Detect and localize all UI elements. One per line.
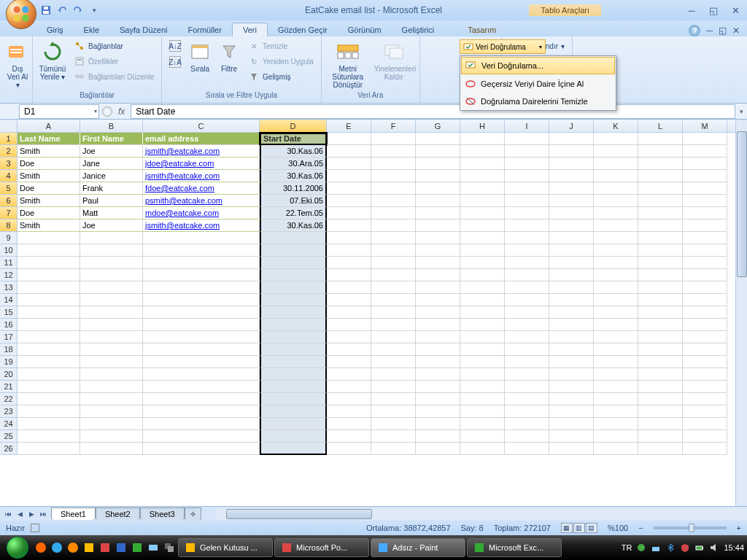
cell[interactable]: [18, 232, 80, 244]
properties-button[interactable]: Özellikler: [71, 54, 157, 69]
table-tools-tab[interactable]: Tablo Araçları: [529, 4, 601, 16]
row-header-13[interactable]: 13: [0, 281, 17, 294]
cell[interactable]: [460, 219, 505, 232]
col-header-L[interactable]: L: [638, 120, 683, 132]
cell[interactable]: psmith@eatcake.com: [143, 195, 260, 207]
cell[interactable]: [460, 343, 505, 356]
cell[interactable]: [594, 306, 638, 319]
cell[interactable]: [638, 393, 683, 405]
ql-outlook-icon[interactable]: [82, 540, 96, 555]
cell[interactable]: [371, 158, 416, 170]
cell[interactable]: [638, 269, 683, 281]
row-header-18[interactable]: 18: [0, 343, 17, 356]
cell[interactable]: [638, 182, 683, 195]
cell[interactable]: [460, 269, 505, 281]
connections-button[interactable]: Bağlantılar: [71, 39, 157, 53]
cell[interactable]: [80, 430, 143, 443]
task-outlook[interactable]: Gelen Kutusu ...: [178, 538, 273, 557]
zoom-out-icon[interactable]: −: [638, 524, 643, 532]
cell[interactable]: [505, 331, 549, 343]
cell[interactable]: [416, 269, 460, 281]
tray-bluetooth-icon[interactable]: [665, 542, 676, 553]
cell[interactable]: [594, 418, 638, 430]
cell[interactable]: 30.11.2006: [260, 182, 327, 195]
cell[interactable]: [549, 405, 594, 418]
cell[interactable]: [416, 232, 460, 244]
tray-volume-icon[interactable]: [709, 542, 719, 553]
cell[interactable]: [594, 145, 638, 158]
cell[interactable]: [638, 343, 683, 356]
cell[interactable]: [260, 294, 327, 306]
cell[interactable]: [143, 257, 260, 269]
cell[interactable]: [505, 158, 549, 170]
sheet-tab-new[interactable]: ✧: [185, 508, 201, 521]
reapply-button[interactable]: ↻Yeniden Uygula: [245, 54, 317, 69]
cell[interactable]: [327, 219, 371, 232]
cell[interactable]: [371, 232, 416, 244]
filter-button[interactable]: Filtre: [216, 39, 242, 74]
cell[interactable]: [549, 343, 594, 356]
tab-home[interactable]: Giriş: [36, 23, 74, 36]
cell[interactable]: [260, 306, 327, 319]
cell[interactable]: [683, 133, 727, 145]
task-paint[interactable]: Adsız - Paint: [371, 538, 465, 557]
cell[interactable]: [18, 430, 80, 443]
cell[interactable]: [416, 331, 460, 343]
cell[interactable]: [549, 219, 594, 232]
cell[interactable]: [549, 232, 594, 244]
cell[interactable]: [371, 393, 416, 405]
col-header-G[interactable]: G: [416, 120, 460, 132]
cell[interactable]: Smith: [18, 195, 80, 207]
col-header-B[interactable]: B: [80, 120, 143, 132]
cell[interactable]: [260, 443, 327, 455]
cell[interactable]: [460, 170, 505, 182]
cell[interactable]: [80, 405, 143, 418]
cell[interactable]: [327, 232, 371, 244]
cell[interactable]: [143, 306, 260, 319]
cell[interactable]: [549, 443, 594, 455]
cell[interactable]: [505, 294, 549, 306]
cell[interactable]: [638, 207, 683, 219]
cell[interactable]: [638, 232, 683, 244]
cell[interactable]: [327, 443, 371, 455]
cell[interactable]: [505, 393, 549, 405]
cell[interactable]: [505, 418, 549, 430]
cell[interactable]: [683, 405, 727, 418]
cell[interactable]: [638, 319, 683, 331]
cell[interactable]: [371, 244, 416, 257]
cell[interactable]: [416, 182, 460, 195]
cell[interactable]: [549, 269, 594, 281]
cell[interactable]: [80, 269, 143, 281]
cell[interactable]: [416, 281, 460, 294]
cell[interactable]: [505, 368, 549, 381]
cell[interactable]: [416, 393, 460, 405]
sheet-nav-next-icon[interactable]: ▶: [26, 509, 36, 519]
cell[interactable]: [549, 207, 594, 219]
cell[interactable]: [143, 294, 260, 306]
cell[interactable]: [80, 381, 143, 393]
cell[interactable]: [683, 232, 727, 244]
row-header-5[interactable]: 5: [0, 182, 17, 195]
cell[interactable]: email address: [143, 133, 260, 145]
cell[interactable]: [327, 207, 371, 219]
tray-lang[interactable]: TR: [622, 543, 632, 552]
cell[interactable]: [260, 430, 327, 443]
cell[interactable]: [460, 257, 505, 269]
cell[interactable]: [460, 356, 505, 368]
cell[interactable]: [80, 343, 143, 356]
view-normal-icon[interactable]: ▦: [561, 523, 573, 533]
ql-ie-icon[interactable]: [50, 540, 64, 555]
cell[interactable]: [80, 393, 143, 405]
view-break-icon[interactable]: ▤: [586, 523, 597, 533]
row-header-25[interactable]: 25: [0, 430, 17, 443]
cell[interactable]: [416, 443, 460, 455]
cell[interactable]: [549, 257, 594, 269]
cell[interactable]: [638, 244, 683, 257]
cell[interactable]: [18, 368, 80, 381]
data-validation-split-button[interactable]: Veri Doğrulama▾: [460, 39, 546, 54]
cell[interactable]: [683, 368, 727, 381]
cell[interactable]: [143, 244, 260, 257]
tab-insert[interactable]: Ekle: [74, 23, 109, 36]
cell[interactable]: [327, 343, 371, 356]
cell[interactable]: [505, 257, 549, 269]
